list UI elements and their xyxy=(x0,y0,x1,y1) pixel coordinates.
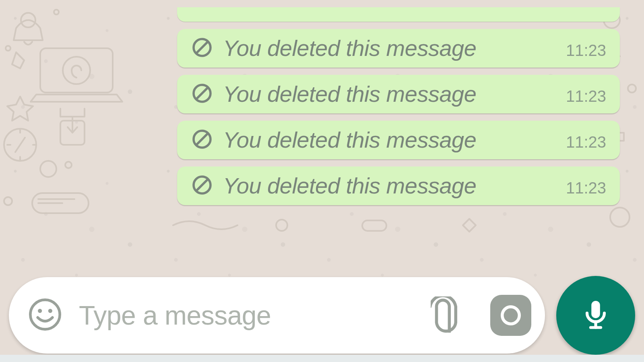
message-bubble[interactable]: You deleted this message 11:23 xyxy=(177,121,620,159)
message-timestamp: 11:23 xyxy=(566,133,606,151)
prohibited-icon xyxy=(191,174,213,196)
voice-record-button[interactable] xyxy=(556,276,635,355)
message-bubble[interactable]: You deleted this message 11:23 xyxy=(177,75,620,113)
chat-messages-area[interactable]: You deleted this message 11:23 You delet… xyxy=(0,0,644,310)
message-deleted-text: You deleted this message xyxy=(223,128,551,152)
svg-line-21 xyxy=(196,134,208,145)
message-bubble[interactable]: You deleted this message 11:23 xyxy=(177,29,620,68)
message-input[interactable]: Type a message xyxy=(79,300,431,331)
message-deleted-text: You deleted this message xyxy=(223,82,551,106)
svg-point-27 xyxy=(502,307,520,324)
svg-line-23 xyxy=(196,179,208,191)
message-deleted-text: You deleted this message xyxy=(223,174,551,198)
message-timestamp: 11:23 xyxy=(566,41,606,60)
microphone-icon xyxy=(578,297,613,333)
message-timestamp: 11:23 xyxy=(566,179,606,197)
prohibited-icon xyxy=(191,36,213,59)
prohibited-icon xyxy=(191,128,213,150)
svg-line-17 xyxy=(196,42,208,53)
system-navbar-sliver xyxy=(0,355,644,362)
svg-point-24 xyxy=(30,300,60,329)
message-bubble[interactable]: You deleted this message 11:23 xyxy=(177,167,620,205)
message-bubble-partial xyxy=(177,7,620,22)
svg-rect-28 xyxy=(591,301,600,318)
svg-line-19 xyxy=(196,88,208,99)
message-timestamp: 11:23 xyxy=(566,87,606,105)
message-composer[interactable]: Type a message xyxy=(9,277,545,354)
attach-icon[interactable] xyxy=(431,296,467,334)
prohibited-icon xyxy=(191,82,213,105)
message-deleted-text: You deleted this message xyxy=(223,37,551,60)
camera-button[interactable] xyxy=(490,295,531,336)
svg-point-25 xyxy=(38,309,42,313)
emoji-icon[interactable] xyxy=(27,297,63,334)
composer-row: Type a message xyxy=(9,276,635,355)
svg-point-26 xyxy=(48,309,52,313)
